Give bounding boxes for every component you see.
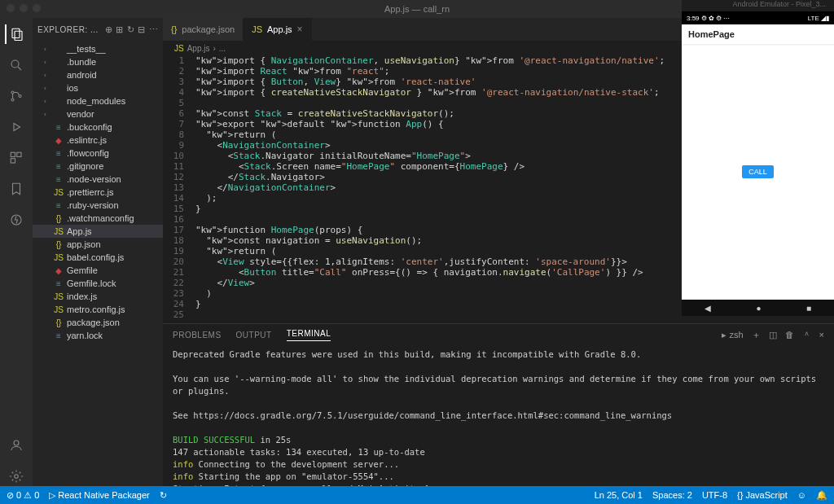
account-icon[interactable]	[7, 436, 26, 455]
explorer-header: EXPLORER: ... ⊕ ⊞ ↻ ⊟ ⋯	[33, 18, 163, 41]
explorer-title: EXPLORER: ...	[37, 25, 105, 34]
nav-home-icon[interactable]: ●	[756, 304, 761, 313]
emulator-screen[interactable]: HomePage CALL	[682, 24, 834, 300]
emulator-title: Android Emulator - Pixel_3...	[682, 0, 834, 11]
terminal-output[interactable]: Deprecated Gradle features were used in …	[163, 345, 834, 486]
tree-item--watchmanconfig[interactable]: {}.watchmanconfig	[33, 212, 163, 225]
emulator-statusbar: 3:59 ⚙ ✿ ⚙ ⋯ LTE ◢▮	[682, 11, 834, 24]
status-feedback-icon[interactable]: ☺	[797, 490, 806, 501]
search-icon[interactable]	[7, 55, 26, 75]
tree-item--ruby-version[interactable]: ≡.ruby-version	[33, 199, 163, 212]
git-icon[interactable]	[7, 86, 26, 106]
tree-item-metro-config-js[interactable]: JSmetro.config.js	[33, 303, 163, 316]
svg-rect-0	[12, 28, 20, 37]
close-tab-icon[interactable]: ×	[297, 24, 303, 35]
svg-point-5	[11, 99, 14, 101]
tree-item--eslintrc-js[interactable]: ◆.eslintrc.js	[33, 134, 163, 147]
power-icon[interactable]	[7, 210, 26, 230]
app-header: HomePage	[682, 24, 834, 44]
emulator-signal: LTE ◢▮	[808, 15, 829, 22]
panel-tabs: PROBLEMS OUTPUT TERMINAL ▸ zsh ＋ ◫ 🗑 ＾ ×	[163, 324, 834, 345]
tree-item-yarn-lock[interactable]: ≡yarn.lock	[33, 329, 163, 342]
svg-point-13	[15, 475, 19, 479]
tree-item--flowconfig[interactable]: ≡.flowconfig	[33, 147, 163, 160]
tab-label: package.json	[182, 24, 235, 34]
svg-rect-8	[11, 152, 15, 156]
bottom-panel: PROBLEMS OUTPUT TERMINAL ▸ zsh ＋ ◫ 🗑 ＾ ×…	[163, 323, 834, 486]
status-linecol[interactable]: Ln 25, Col 1	[595, 490, 643, 501]
collapse-icon[interactable]: ⊟	[138, 24, 146, 35]
status-packager[interactable]: ▷ React Native Packager	[49, 490, 150, 501]
status-errors[interactable]: ⊘ 0 ⚠ 0	[7, 490, 39, 501]
split-terminal-icon[interactable]: ◫	[769, 330, 777, 340]
kill-terminal-icon[interactable]: 🗑	[785, 330, 794, 340]
status-sync-icon[interactable]: ↻	[160, 490, 167, 501]
line-numbers: 1234567891011121314151617181920212223242…	[163, 55, 195, 323]
file-tree: ›__tests__›.bundle›android›ios›node_modu…	[33, 41, 163, 344]
nav-back-icon[interactable]: ◀	[705, 304, 711, 313]
activity-bar	[0, 18, 33, 486]
tree-item--node-version[interactable]: ≡.node-version	[33, 173, 163, 186]
status-spaces[interactable]: Spaces: 2	[652, 490, 692, 501]
close-icon[interactable]	[7, 4, 15, 12]
tree-item-android[interactable]: ›android	[33, 68, 163, 81]
tree-item-ios[interactable]: ›ios	[33, 81, 163, 94]
svg-point-2	[11, 60, 19, 68]
svg-point-6	[19, 95, 21, 98]
tree-item-gemfile-lock[interactable]: ≡Gemfile.lock	[33, 277, 163, 290]
tab-package-json[interactable]: {} package.json	[163, 18, 244, 41]
minimize-icon[interactable]	[20, 4, 28, 12]
call-button[interactable]: CALL	[742, 165, 774, 178]
tab-label: App.js	[267, 24, 292, 34]
status-bar: ⊘ 0 ⚠ 0 ▷ React Native Packager ↻ Ln 25,…	[0, 486, 834, 504]
tree-item--bundle[interactable]: ›.bundle	[33, 55, 163, 68]
tree-item-app-json[interactable]: {}app.json	[33, 238, 163, 251]
tree-item--prettierrc-js[interactable]: JS.prettierrc.js	[33, 186, 163, 199]
new-file-icon[interactable]: ⊕	[105, 24, 113, 35]
svg-point-4	[11, 91, 14, 94]
status-bell-icon[interactable]: 🔔	[816, 490, 827, 501]
nav-recent-icon[interactable]: ■	[806, 304, 811, 313]
tree-item-package-json[interactable]: {}package.json	[33, 316, 163, 329]
status-language[interactable]: {} JavaScript	[737, 490, 788, 501]
tree-item-gemfile[interactable]: ◆Gemfile	[33, 264, 163, 277]
tree-item-vendor[interactable]: ›vendor	[33, 107, 163, 121]
window-title: App.js — call_rn	[384, 4, 450, 14]
tab-app-js[interactable]: JS App.js ×	[244, 18, 311, 41]
tree-item-index-js[interactable]: JSindex.js	[33, 290, 163, 303]
app-body: CALL	[682, 44, 834, 300]
tab-problems[interactable]: PROBLEMS	[173, 331, 222, 340]
extensions-icon[interactable]	[7, 148, 26, 168]
status-encoding[interactable]: UTF-8	[702, 490, 727, 501]
tree-item---tests--[interactable]: ›__tests__	[33, 42, 163, 55]
new-folder-icon[interactable]: ⊞	[116, 24, 124, 35]
tree-item-app-js[interactable]: JSApp.js	[33, 225, 163, 238]
close-panel-icon[interactable]: ×	[819, 330, 824, 340]
android-emulator: Android Emulator - Pixel_3... 3:59 ⚙ ✿ ⚙…	[682, 0, 834, 316]
js-icon: JS	[252, 24, 262, 34]
settings-icon[interactable]	[7, 467, 26, 486]
tab-output[interactable]: OUTPUT	[236, 331, 272, 340]
maximize-icon[interactable]	[33, 4, 41, 12]
tree-item--buckconfig[interactable]: ≡.buckconfig	[33, 121, 163, 134]
svg-marker-7	[14, 124, 20, 131]
js-icon: JS	[174, 44, 184, 53]
tree-item-node-modules[interactable]: ›node_modules	[33, 94, 163, 107]
more-icon[interactable]: ⋯	[149, 24, 159, 35]
window-controls[interactable]	[7, 4, 41, 12]
svg-rect-1	[15, 31, 22, 40]
refresh-icon[interactable]: ↻	[127, 24, 135, 35]
tree-item--gitignore[interactable]: ≡.gitignore	[33, 160, 163, 173]
tab-terminal[interactable]: TERMINAL	[287, 329, 331, 341]
new-terminal-icon[interactable]: ＋	[752, 329, 761, 341]
terminal-shell[interactable]: ▸ zsh	[722, 330, 743, 340]
svg-rect-10	[11, 159, 15, 163]
debug-icon[interactable]	[7, 117, 26, 137]
files-icon[interactable]	[5, 24, 26, 44]
json-icon: {}	[171, 24, 177, 34]
emulator-time: 3:59 ⚙ ✿ ⚙ ⋯	[687, 15, 730, 22]
emulator-navbar: ◀ ● ■	[682, 300, 834, 316]
bookmark-icon[interactable]	[7, 179, 26, 199]
tree-item-babel-config-js[interactable]: JSbabel.config.js	[33, 251, 163, 264]
maximize-panel-icon[interactable]: ＾	[802, 329, 811, 341]
